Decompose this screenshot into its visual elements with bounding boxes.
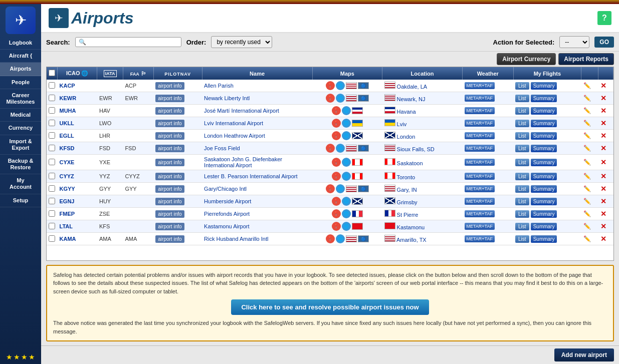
order-select[interactable]: by recently used by name by ICAO by IATA — [211, 36, 272, 48]
row-checkbox[interactable] — [49, 107, 55, 114]
airport-info-button[interactable]: airport info — [155, 173, 184, 180]
map-pin-icon[interactable]: 📍 — [332, 172, 341, 181]
metar-button[interactable]: METAR+TAF — [465, 223, 495, 230]
metar-button[interactable]: METAR+TAF — [465, 185, 495, 192]
map-globe-icon[interactable]: 🌐 — [342, 222, 351, 231]
summary-button[interactable]: Summary — [531, 198, 557, 205]
delete-icon[interactable]: ✕ — [600, 107, 606, 115]
search-input[interactable] — [88, 39, 178, 46]
summary-button[interactable]: Summary — [531, 145, 557, 152]
sidebar-item-setup[interactable]: Setup — [0, 194, 41, 207]
delete-icon[interactable]: ✕ — [600, 94, 606, 102]
summary-button[interactable]: Summary — [531, 159, 557, 166]
summary-button[interactable]: Summary — [531, 185, 557, 193]
edit-icon[interactable]: ✏️ — [583, 159, 591, 166]
metar-button[interactable]: METAR+TAF — [465, 132, 495, 139]
map-pin-icon[interactable]: 📍 — [326, 144, 335, 153]
map-pin-icon[interactable]: 📍 — [326, 81, 335, 90]
map-globe-icon[interactable]: 🌐 — [336, 94, 345, 103]
sidebar-item-people[interactable]: People — [0, 76, 41, 89]
edit-icon[interactable]: ✏️ — [583, 132, 591, 139]
map-globe-icon[interactable]: 🌐 — [336, 81, 345, 90]
sidebar-logo[interactable]: ✈ — [6, 7, 36, 34]
help-button[interactable]: ? — [597, 11, 611, 25]
list-button[interactable]: List — [515, 173, 529, 180]
metar-button[interactable]: METAR+TAF — [465, 82, 495, 89]
row-checkbox[interactable] — [49, 132, 55, 139]
map-pin-icon[interactable]: 📍 — [326, 94, 335, 103]
list-button[interactable]: List — [515, 198, 529, 205]
sidebar-item-aircraft[interactable]: Aircraft { — [0, 50, 41, 63]
sidebar-item-currency[interactable]: Currency — [0, 122, 41, 135]
summary-button[interactable]: Summary — [531, 107, 557, 115]
select-all-checkbox[interactable] — [49, 70, 55, 76]
summary-button[interactable]: Summary — [531, 173, 557, 180]
airport-info-button[interactable]: airport info — [155, 235, 184, 243]
sidebar-item-backup[interactable]: Backup &Restore — [0, 155, 41, 174]
edit-icon[interactable]: ✏️ — [583, 198, 591, 205]
map-globe-icon[interactable]: 🌐 — [342, 197, 351, 206]
airport-info-button[interactable]: airport info — [155, 185, 184, 193]
row-checkbox[interactable] — [49, 223, 55, 229]
list-button[interactable]: List — [515, 132, 529, 140]
airport-info-button[interactable]: airport info — [155, 120, 184, 127]
map-globe-icon[interactable]: 🌐 — [336, 144, 345, 153]
metar-button[interactable]: METAR+TAF — [465, 107, 495, 114]
delete-icon[interactable]: ✕ — [600, 197, 606, 205]
map-globe-icon[interactable]: 🌐 — [342, 119, 351, 128]
row-checkbox[interactable] — [49, 235, 55, 242]
list-button[interactable]: List — [515, 145, 529, 152]
map-globe-icon[interactable]: 🌐 — [336, 234, 345, 243]
map-pin-icon[interactable]: 📍 — [332, 158, 341, 167]
delete-icon[interactable]: ✕ — [600, 144, 606, 152]
edit-icon[interactable]: ✏️ — [583, 107, 591, 114]
edit-icon[interactable]: ✏️ — [583, 235, 591, 242]
notice-button[interactable]: Click here to see and resolve possible a… — [231, 299, 429, 315]
sidebar-item-medical[interactable]: Medical — [0, 109, 41, 122]
summary-button[interactable]: Summary — [531, 235, 557, 243]
metar-button[interactable]: METAR+TAF — [465, 145, 495, 152]
summary-button[interactable]: Summary — [531, 223, 557, 230]
airport-currency-button[interactable]: Airport Currency — [497, 53, 556, 65]
go-button[interactable]: GO — [594, 37, 614, 48]
row-checkbox[interactable] — [49, 185, 55, 192]
list-button[interactable]: List — [515, 223, 529, 230]
list-button[interactable]: List — [515, 185, 529, 193]
sidebar-item-account[interactable]: MyAccount — [0, 174, 41, 194]
list-button[interactable]: List — [515, 235, 529, 243]
map-pin-icon[interactable]: 📍 — [332, 131, 341, 140]
map-pin-icon[interactable]: 📍 — [332, 197, 341, 206]
map-pin-icon[interactable]: 📍 — [332, 106, 341, 115]
airport-info-button[interactable]: airport info — [155, 95, 184, 102]
map-globe-icon[interactable]: 🌐 — [342, 158, 351, 167]
map-globe-icon[interactable]: 🌐 — [342, 131, 351, 140]
edit-icon[interactable]: ✏️ — [583, 185, 591, 192]
list-button[interactable]: List — [515, 120, 529, 127]
summary-button[interactable]: Summary — [531, 95, 557, 102]
list-button[interactable]: List — [515, 82, 529, 90]
metar-button[interactable]: METAR+TAF — [465, 173, 495, 180]
metar-button[interactable]: METAR+TAF — [465, 95, 495, 102]
list-button[interactable]: List — [515, 210, 529, 218]
summary-button[interactable]: Summary — [531, 82, 557, 90]
map-globe-icon[interactable]: 🌐 — [342, 209, 351, 218]
delete-icon[interactable]: ✕ — [600, 172, 606, 180]
delete-icon[interactable]: ✕ — [600, 82, 606, 90]
airport-info-button[interactable]: airport info — [155, 145, 184, 152]
sidebar-item-airports[interactable]: Airports — [0, 63, 41, 76]
summary-button[interactable]: Summary — [531, 210, 557, 218]
delete-icon[interactable]: ✕ — [600, 158, 606, 166]
row-checkbox[interactable] — [49, 198, 55, 204]
action-select[interactable]: -- — [559, 36, 589, 48]
row-checkbox[interactable] — [49, 82, 55, 89]
delete-icon[interactable]: ✕ — [600, 222, 606, 230]
edit-icon[interactable]: ✏️ — [583, 223, 591, 230]
edit-icon[interactable]: ✏️ — [583, 120, 591, 127]
metar-button[interactable]: METAR+TAF — [465, 235, 495, 242]
row-checkbox[interactable] — [49, 159, 55, 165]
airport-reports-button[interactable]: Airport Reports — [558, 53, 614, 65]
row-checkbox[interactable] — [49, 210, 55, 217]
metar-button[interactable]: METAR+TAF — [465, 198, 495, 205]
map-globe-icon[interactable]: 🌐 — [336, 184, 345, 193]
airport-info-button[interactable]: airport info — [155, 82, 184, 90]
